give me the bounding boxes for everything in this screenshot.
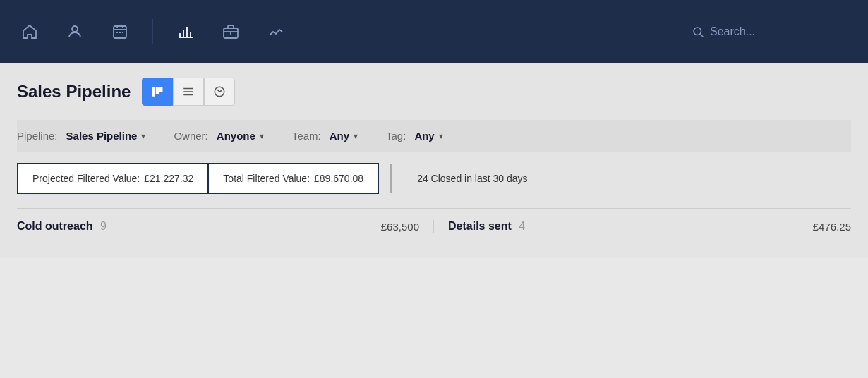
nav-divider — [152, 19, 153, 44]
svg-rect-20 — [159, 87, 163, 92]
owner-chevron-icon: ▾ — [260, 131, 264, 141]
view-buttons — [142, 78, 235, 106]
pipeline-chevron-icon: ▾ — [141, 131, 145, 141]
page-title: Sales Pipeline — [17, 82, 131, 102]
pipeline-filter[interactable]: Pipeline: Sales Pipeline ▾ — [17, 130, 145, 142]
search-input[interactable] — [710, 25, 851, 38]
kanban-icon — [151, 85, 164, 98]
briefcase-icon[interactable] — [218, 19, 243, 44]
pipeline-section: Cold outreach 9 £63,500 Details sent 4 £… — [17, 208, 851, 244]
total-value-label: Total Filtered Value: — [223, 173, 310, 184]
team-filter-value: Any — [330, 130, 349, 142]
kanban-view-button[interactable] — [142, 78, 173, 106]
projected-value-amount: £21,227.32 — [144, 173, 193, 184]
pipeline-name-details-sent[interactable]: Details sent 4 — [448, 220, 525, 233]
total-value-box: Total Filtered Value: £89,670.08 — [207, 163, 379, 194]
tag-filter-value: Any — [414, 130, 434, 142]
dashboard-view-button[interactable] — [204, 78, 235, 106]
top-navigation — [0, 0, 868, 63]
list-view-button[interactable] — [173, 78, 204, 106]
projected-value-box: Projected Filtered Value: £21,227.32 — [17, 163, 207, 194]
activity-icon[interactable] — [263, 19, 289, 44]
tag-chevron-icon: ▾ — [439, 131, 443, 141]
pipeline-amount-details-sent: £476.25 — [813, 221, 851, 233]
owner-filter-label: Owner: — [174, 130, 207, 142]
svg-point-16 — [694, 28, 701, 35]
filter-bar: Pipeline: Sales Pipeline ▾ Owner: Anyone… — [17, 120, 851, 152]
tag-filter-label: Tag: — [386, 130, 406, 142]
team-filter-label: Team: — [292, 130, 321, 142]
chart-icon[interactable] — [173, 19, 198, 44]
pipeline-filter-value: Sales Pipeline — [66, 130, 138, 142]
total-value-amount: £89,670.08 — [314, 173, 363, 184]
closed-count-label: 24 Closed in last 30 days — [403, 164, 541, 193]
person-icon[interactable] — [62, 19, 88, 44]
owner-filter[interactable]: Owner: Anyone ▾ — [174, 130, 263, 142]
pipeline-row-left: Cold outreach 9 £63,500 — [17, 220, 434, 233]
metrics-bar: Projected Filtered Value: £21,227.32 Tot… — [17, 163, 851, 194]
dashboard-icon — [213, 85, 226, 98]
header-row: Sales Pipeline — [17, 78, 851, 106]
svg-line-17 — [700, 34, 703, 37]
svg-point-0 — [72, 26, 78, 32]
search-container — [692, 25, 851, 38]
home-icon[interactable] — [17, 19, 42, 44]
calendar-icon[interactable] — [107, 19, 133, 44]
pipeline-row-right: Details sent 4 £476.25 — [434, 220, 851, 233]
table-row: Cold outreach 9 £63,500 Details sent 4 £… — [17, 208, 851, 244]
tag-filter[interactable]: Tag: Any ▾ — [386, 130, 443, 142]
owner-filter-value: Anyone — [217, 130, 255, 142]
team-chevron-icon: ▾ — [354, 131, 358, 141]
pipeline-filter-label: Pipeline: — [17, 130, 58, 142]
list-icon — [182, 85, 195, 98]
team-filter[interactable]: Team: Any ▾ — [292, 130, 358, 142]
svg-rect-19 — [156, 87, 159, 94]
projected-value-label: Projected Filtered Value: — [32, 173, 140, 184]
search-icon — [692, 25, 704, 38]
pipeline-amount-cold-outreach: £63,500 — [381, 221, 419, 233]
pipeline-name-cold-outreach[interactable]: Cold outreach 9 — [17, 220, 107, 233]
svg-rect-18 — [152, 87, 156, 97]
metrics-separator — [390, 164, 392, 193]
main-area: Sales Pipeline — [0, 63, 868, 258]
nav-icons-group — [17, 19, 289, 44]
